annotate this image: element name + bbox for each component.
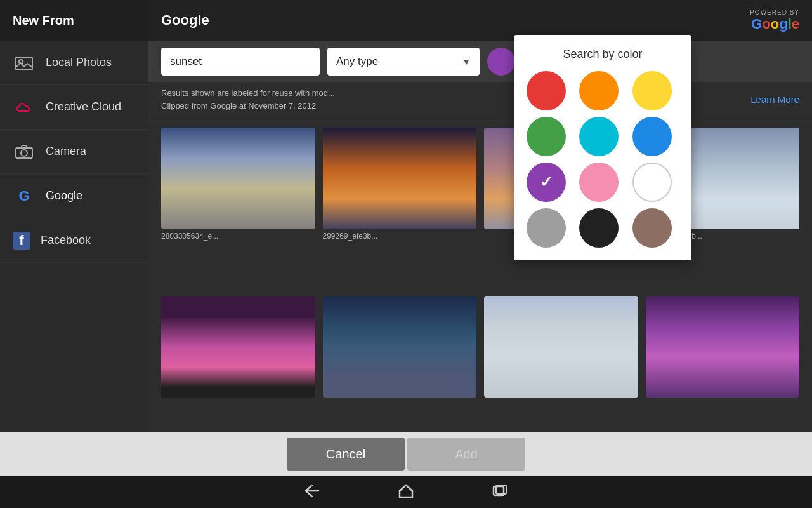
svg-point-3: [21, 150, 27, 156]
list-item[interactable]: [484, 296, 638, 448]
image-thumbnail: [646, 296, 800, 398]
sidebar-item-label: Google: [46, 189, 82, 203]
topbar-title: Google: [161, 12, 209, 29]
sidebar-title: New From: [13, 13, 74, 28]
learn-more-link[interactable]: Learn More: [750, 94, 799, 105]
color-option-brown[interactable]: [632, 208, 672, 248]
add-button[interactable]: Add: [407, 438, 525, 471]
color-filter-button[interactable]: [487, 48, 515, 76]
bottom-action-bar: Cancel Add: [0, 432, 812, 476]
sidebar-item-local-photos[interactable]: Local Photos: [0, 41, 148, 85]
image-label: 299269_efe3b...: [323, 232, 477, 241]
search-input[interactable]: sunset: [161, 48, 320, 76]
sidebar-item-label: Creative Cloud: [46, 100, 121, 114]
back-button[interactable]: [303, 484, 321, 501]
svg-rect-0: [16, 57, 32, 70]
powered-by-text: POWERED BY: [750, 9, 799, 16]
info-text: Results shown are labeled for reuse with…: [161, 87, 335, 112]
facebook-icon: f: [13, 232, 30, 250]
dropdown-arrow-icon: ▼: [462, 57, 471, 67]
sidebar-item-label: Local Photos: [46, 56, 112, 69]
image-thumbnail: [484, 296, 638, 398]
color-option-purple[interactable]: [527, 163, 566, 202]
list-item[interactable]: [323, 296, 477, 448]
google-logo: POWERED BY Google: [750, 9, 799, 32]
sidebar-header: New From: [0, 0, 148, 41]
sidebar-item-label: Facebook: [41, 234, 91, 247]
recent-apps-button[interactable]: [491, 484, 509, 501]
image-thumbnail: [323, 128, 477, 229]
color-option-black[interactable]: [579, 208, 619, 248]
creative-cloud-icon: [13, 96, 36, 119]
sidebar-item-google[interactable]: G Google: [0, 174, 148, 218]
color-option-red[interactable]: [527, 71, 566, 110]
camera-icon: [13, 140, 36, 163]
cancel-button[interactable]: Cancel: [287, 438, 405, 471]
image-grid: 2803305634_e... 299269_efe3b... 1731400_…: [148, 117, 812, 457]
color-option-green[interactable]: [527, 117, 566, 156]
color-option-pink[interactable]: [579, 163, 619, 202]
topbar: Google POWERED BY Google: [148, 0, 812, 41]
main-content: Google POWERED BY Google sunset Any type…: [148, 0, 812, 457]
image-thumbnail: [323, 296, 477, 398]
sidebar-item-facebook[interactable]: f Facebook: [0, 218, 148, 263]
color-option-orange[interactable]: [579, 71, 619, 110]
android-nav-bar: [0, 476, 812, 508]
color-option-blue[interactable]: [632, 117, 672, 156]
search-bar: sunset Any type ▼ ©: [148, 41, 812, 82]
sidebar: New From Local Photos Creative Cloud: [0, 0, 148, 457]
type-dropdown[interactable]: Any type ▼: [327, 48, 480, 76]
image-label: 2803305634_e...: [161, 232, 315, 241]
color-picker-title: Search by color: [527, 48, 679, 61]
info-line2: Clipped from Google at November 7, 2012: [161, 100, 335, 112]
google-wordmark: Google: [751, 16, 799, 32]
color-option-white[interactable]: [632, 163, 672, 202]
home-button[interactable]: [397, 483, 415, 502]
color-option-teal[interactable]: [579, 117, 619, 156]
info-line1: Results shown are labeled for reuse with…: [161, 87, 335, 100]
image-thumbnail: [161, 296, 315, 398]
color-grid: [527, 71, 679, 248]
image-thumbnail: [161, 128, 315, 229]
local-photos-icon: [13, 51, 36, 74]
sidebar-item-creative-cloud[interactable]: Creative Cloud: [0, 85, 148, 130]
type-dropdown-label: Any type: [336, 55, 378, 68]
color-option-yellow[interactable]: [632, 71, 672, 110]
list-item[interactable]: [646, 296, 800, 448]
list-item[interactable]: [161, 296, 315, 448]
info-bar: Results shown are labeled for reuse with…: [148, 82, 812, 117]
google-icon: G: [13, 185, 36, 208]
color-option-gray[interactable]: [527, 208, 566, 248]
sidebar-item-camera[interactable]: Camera: [0, 130, 148, 174]
list-item[interactable]: 299269_efe3b...: [323, 128, 477, 288]
list-item[interactable]: 2803305634_e...: [161, 128, 315, 288]
sidebar-item-label: Camera: [46, 145, 86, 158]
color-picker-popup: Search by color: [514, 35, 691, 260]
